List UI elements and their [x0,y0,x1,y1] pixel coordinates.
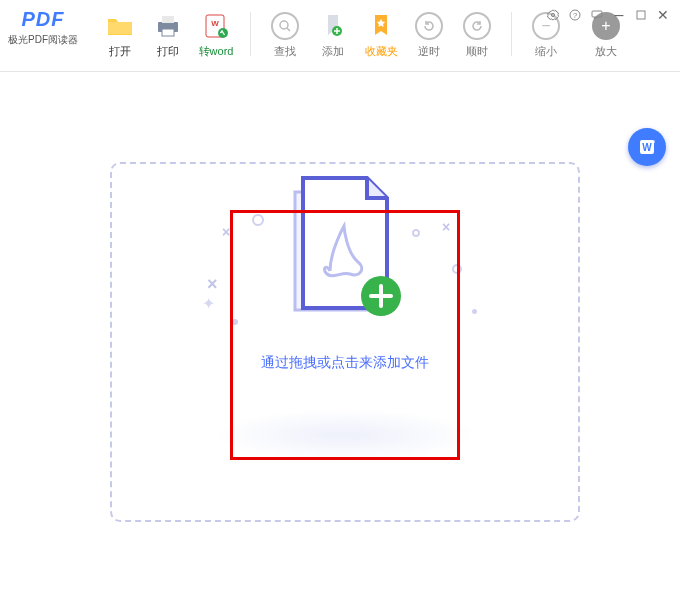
svg-text:W: W [642,142,652,153]
ccw-label: 逆时 [418,44,440,59]
svg-text:W: W [211,19,219,28]
logo-text: PDF [22,8,65,31]
svg-text:?: ? [573,11,578,20]
toword-button[interactable]: W 转word [192,8,240,61]
help-icon[interactable]: ? [568,8,582,22]
printer-icon [152,10,184,42]
bookmark-add-icon [317,10,349,42]
svg-rect-4 [637,11,645,19]
folder-icon [104,10,136,42]
open-button[interactable]: 打开 [96,8,144,61]
rotate-cw-icon [461,10,493,42]
convert-word-float-button[interactable]: W [628,128,666,166]
maximize-button[interactable] [634,8,648,22]
x-decoration: × [207,274,218,295]
settings-icon[interactable] [546,8,560,22]
svg-rect-6 [162,16,174,23]
feedback-icon[interactable] [590,8,604,22]
search-icon [269,10,301,42]
svg-rect-3 [592,11,602,17]
fav-label: 收藏夹 [365,44,398,59]
rotate-cw-button[interactable]: 顺时 [453,8,501,61]
add-label: 添加 [322,44,344,59]
print-label: 打印 [157,44,179,59]
svg-point-11 [280,21,288,29]
svg-line-12 [287,28,290,31]
main-canvas: W × × × ✦ 通过拖拽或点击来添加文件 [0,72,680,591]
app-logo: PDF 极光PDF阅读器 [8,8,78,47]
word-icon: W [200,10,232,42]
logo-subtitle: 极光PDF阅读器 [8,33,78,47]
sparkle-decoration: ✦ [202,294,215,313]
find-label: 查找 [274,44,296,59]
rotate-ccw-button[interactable]: 逆时 [405,8,453,61]
toword-label: 转word [199,44,234,59]
svg-point-0 [551,13,554,16]
open-label: 打开 [109,44,131,59]
rotate-ccw-icon [413,10,445,42]
zoomin-label: 放大 [595,44,617,59]
bookmark-star-icon [365,10,397,42]
close-button[interactable]: ✕ [656,8,670,22]
dot-decoration [472,309,477,314]
bookmark-add-button[interactable]: 添加 [309,8,357,61]
word-convert-icon: W [637,137,657,157]
svg-rect-7 [162,29,174,36]
find-button[interactable]: 查找 [261,8,309,61]
cw-label: 顺时 [466,44,488,59]
minimize-button[interactable]: – [612,8,626,22]
favorites-button[interactable]: 收藏夹 [357,8,405,61]
separator [250,12,251,56]
print-button[interactable]: 打印 [144,8,192,61]
highlight-annotation [230,210,460,460]
x-decoration: × [222,224,230,240]
zoomout-label: 缩小 [535,44,557,59]
separator [511,12,512,56]
